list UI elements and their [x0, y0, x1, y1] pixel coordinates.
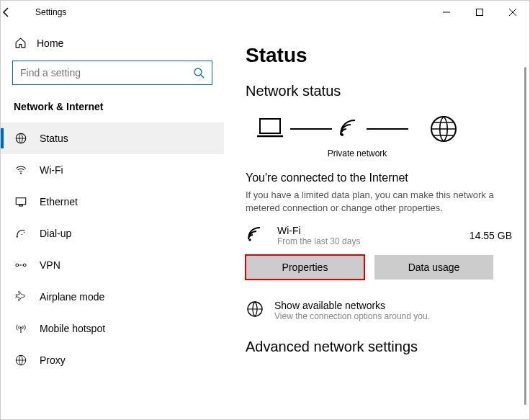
- sidebar-item-ethernet[interactable]: Ethernet: [1, 186, 224, 218]
- maximize-button[interactable]: [463, 1, 496, 24]
- main-content: Status Network status Private network Yo…: [224, 24, 529, 419]
- svg-point-7: [20, 173, 22, 174]
- sidebar-item-wifi[interactable]: Wi-Fi: [1, 154, 224, 186]
- ethernet-icon: [14, 195, 28, 208]
- svg-point-11: [22, 234, 23, 236]
- vpn-icon: [14, 259, 28, 272]
- globe-icon: [428, 114, 459, 144]
- settings-window: Settings Home Network: [0, 0, 530, 420]
- sidebar-item-label: Airplane mode: [40, 291, 104, 303]
- sidebar-item-label: VPN: [40, 259, 60, 271]
- connection-name: Wi-Fi: [277, 225, 459, 236]
- svg-point-20: [341, 133, 343, 136]
- advanced-heading: Advanced network settings: [246, 339, 529, 355]
- sidebar: Home Network & Internet Status Wi-Fi: [1, 24, 224, 419]
- svg-rect-9: [19, 205, 23, 206]
- sidebar-item-vpn[interactable]: VPN: [1, 249, 224, 281]
- sidebar-item-status[interactable]: Status: [1, 122, 224, 154]
- connection-size: 14.55 GB: [470, 230, 512, 241]
- sidebar-item-label: Ethernet: [40, 196, 78, 207]
- sidebar-item-label: Proxy: [40, 354, 66, 366]
- svg-point-16: [20, 326, 22, 328]
- home-link[interactable]: Home: [1, 32, 224, 56]
- close-button[interactable]: [496, 1, 529, 24]
- svg-point-22: [248, 239, 251, 241]
- search-field[interactable]: [20, 67, 193, 79]
- window-title: Settings: [35, 7, 66, 17]
- laptop-icon: [253, 115, 287, 143]
- network-status-heading: Network status: [246, 83, 529, 99]
- minimize-button[interactable]: [430, 1, 463, 24]
- available-sub: View the connection options around you.: [274, 311, 430, 321]
- svg-line-5: [201, 75, 204, 78]
- sidebar-item-airplane[interactable]: Airplane mode: [1, 281, 224, 313]
- svg-rect-19: [260, 119, 280, 133]
- scrollbar[interactable]: [524, 67, 526, 405]
- available-title: Show available networks: [274, 300, 430, 311]
- search-icon: [193, 67, 205, 79]
- airplane-icon: [14, 290, 28, 303]
- svg-rect-1: [477, 9, 483, 16]
- home-label: Home: [37, 37, 63, 49]
- svg-point-4: [194, 68, 202, 76]
- sidebar-group: Network & Internet: [1, 95, 224, 122]
- svg-point-14: [23, 264, 26, 267]
- connection-wifi-icon: [246, 225, 267, 246]
- network-diagram: [246, 114, 529, 144]
- globe-small-icon: [246, 300, 264, 318]
- properties-button[interactable]: Properties: [246, 255, 364, 280]
- sidebar-item-dialup[interactable]: Dial-up: [1, 218, 224, 249]
- page-title: Status: [246, 44, 529, 67]
- titlebar: Settings: [1, 1, 529, 24]
- home-icon: [14, 37, 27, 49]
- data-usage-button[interactable]: Data usage: [374, 255, 493, 280]
- dialup-icon: [14, 227, 28, 240]
- back-button[interactable]: [1, 6, 35, 18]
- connected-description: If you have a limited data plan, you can…: [246, 189, 519, 215]
- sidebar-item-label: Wi-Fi: [40, 164, 63, 176]
- sidebar-item-proxy[interactable]: Proxy: [1, 344, 224, 376]
- sidebar-item-label: Mobile hotspot: [40, 323, 105, 334]
- wifi-signal-icon: [335, 115, 364, 143]
- hotspot-icon: [14, 322, 28, 335]
- svg-rect-8: [16, 198, 26, 205]
- connection-sub: From the last 30 days: [277, 236, 459, 246]
- svg-point-12: [24, 232, 25, 233]
- show-available-networks[interactable]: Show available networks View the connect…: [246, 300, 529, 321]
- connection-block: Wi-Fi From the last 30 days 14.55 GB: [246, 225, 512, 246]
- diagram-caption: Private network: [246, 148, 462, 158]
- search-input[interactable]: [12, 61, 212, 85]
- sidebar-item-hotspot[interactable]: Mobile hotspot: [1, 313, 224, 344]
- svg-point-10: [17, 236, 18, 237]
- wifi-icon: [14, 164, 28, 177]
- sidebar-item-label: Dial-up: [40, 228, 71, 239]
- connected-heading: You're connected to the Internet: [246, 171, 529, 184]
- sidebar-item-label: Status: [40, 133, 68, 144]
- svg-point-13: [16, 264, 19, 267]
- status-icon: [14, 132, 28, 145]
- proxy-icon: [14, 354, 28, 367]
